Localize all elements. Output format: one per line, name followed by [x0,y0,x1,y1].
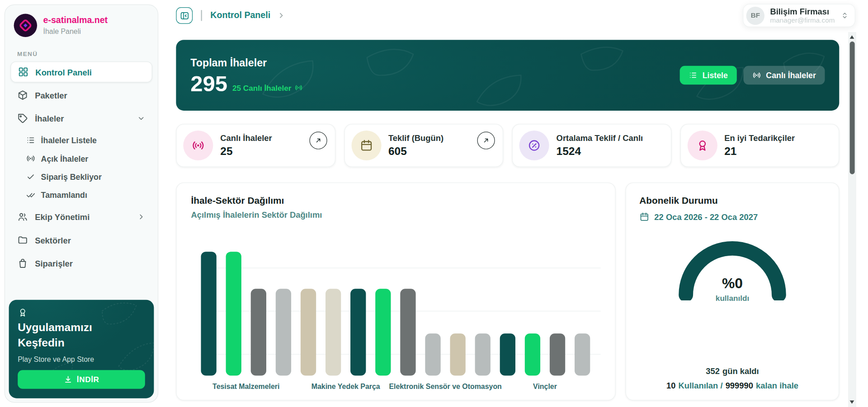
sidebar-item-label: Sektörler [35,235,71,245]
days-left: 352 gün kaldı [706,366,759,376]
hero-live-count: 25 Canlı İhaleler [232,83,303,94]
double-check-icon [26,190,36,200]
chart-bar [326,289,341,375]
broadcast-icon [26,154,36,163]
scroll-thumb[interactable] [849,42,854,174]
chart-category-label: Tesisat Malzemeleri [201,382,291,390]
folder-icon [17,234,28,245]
chart-bar [375,289,391,375]
sidebar-subitem-acik-ihaleler[interactable]: Açık İhaleler [20,150,152,168]
sidebar-item-label: İhaleler [35,114,64,123]
download-icon [63,375,72,384]
select-chevrons-icon [840,11,849,20]
sidebar-submenu: İhaleler Listele Açık İhaleler Sipariş B… [5,131,158,204]
sidebar-subitem-ihaleler-listele[interactable]: İhaleler Listele [20,131,152,149]
sidebar: e-satinalma.net İhale Paneli MENÜ Kontro… [5,5,158,403]
stats-row: Canlı İhaleler 25 Teklif (Bugün) [176,124,839,167]
bar-chart-labels: Tesisat MalzemeleriMakine Yedek ParçaEle… [201,382,600,390]
calendar-icon [359,139,373,152]
sidebar-subitem-siparis-bekliyor[interactable]: Sipariş Bekliyor [20,168,152,186]
chart-title: İhale-Sektör Dağılımı [191,195,600,206]
sidebar-subitem-tamamlandi[interactable]: Tamamlandı [20,186,152,204]
stat-value: 605 [388,145,443,158]
stat-open-button[interactable] [309,131,327,149]
chart-bar [400,289,415,375]
chart-bar [251,289,266,375]
stat-card-canli-ihaleler: Canlı İhaleler 25 [176,124,335,167]
sidebar-item-label: Kontrol Paneli [35,67,92,77]
gauge-percent: %0 [671,275,793,292]
broadcast-icon [295,84,303,92]
gauge-caption: kullanıldı [671,294,793,303]
subscription-date-range: 22 Oca 2026 - 22 Oca 2027 [639,212,758,222]
hero-total-value: 295 [190,73,227,94]
chart-bar [450,333,466,375]
scroll-up-arrow[interactable] [850,35,854,38]
bar-group [301,289,391,375]
user-menu[interactable]: BF Bilişim Firması manager@firma.com [743,4,855,27]
breadcrumb[interactable]: Kontrol Paneli [210,10,270,20]
app-stage: e-satinalma.net İhale Paneli MENÜ Kontro… [0,0,868,407]
chart-subtitle: Açılmış İhalelerin Sektör Dağılımı [191,210,600,220]
dashboard-icon [18,66,28,77]
sidebar-item-sektorler[interactable]: Sektörler [10,229,152,251]
scroll-down-arrow[interactable] [850,401,854,404]
menu-section-label: MENÜ [5,42,158,59]
chart-bar [301,289,316,375]
main-area: Kontrol Paneli BF Bilişim Firması manage… [158,0,868,407]
sidebar-subitem-label: İhaleler Listele [41,136,97,145]
tag-icon [17,113,28,124]
sidebar-nav: Kontrol Paneli Paketler İhaleler [5,61,158,274]
listele-button[interactable]: Listele [679,66,736,85]
promo-subtitle: Play Store ve App Store [18,355,145,363]
sidebar-item-ekip-yonetimi[interactable]: Ekip Yönetimi [10,206,152,228]
broadcast-icon [752,71,761,80]
download-button[interactable]: İNDİR [18,370,145,389]
hero-banner: Toplam İhaleler 295 25 Canlı İhaleler [176,40,839,111]
list-icon [26,136,36,145]
sidebar-subitem-label: Sipariş Bekliyor [41,172,102,181]
subscription-title: Abonelik Durumu [639,195,717,206]
bar-group [400,289,491,375]
sidebar-item-siparisler[interactable]: Siparişler [10,253,152,274]
user-email: manager@firma.com [770,17,835,25]
content: Toplam İhaleler 295 25 Canlı İhaleler [158,31,868,401]
chart-category-label: Elektronik Sensör ve Otomasyon [400,382,491,390]
stat-card-en-iyi-tedarikciler: En iyi Tedarikçiler 21 [680,124,839,167]
brand: e-satinalma.net İhale Paneli [5,5,158,42]
chart-category-label: Makine Yedek Parça [301,382,391,390]
bar-group [500,333,590,375]
chevron-down-icon [137,114,146,123]
sidebar-collapse-button[interactable] [176,7,193,24]
broadcast-icon [192,139,205,152]
stat-open-button[interactable] [477,131,495,149]
chart-bar [550,333,565,375]
list-icon [689,71,698,80]
percent-icon [528,139,541,152]
brand-subtitle: İhale Paneli [43,27,108,35]
usage-gauge: %0 kullanıldı [671,234,793,300]
arrow-up-right-icon [482,136,490,144]
sidebar-subitem-label: Açık İhaleler [41,154,89,163]
stat-title: Canlı İhaleler [220,133,272,143]
chevron-right-icon [137,212,146,221]
sidebar-item-paketler[interactable]: Paketler [10,84,152,106]
chart-bar [525,333,540,375]
sidebar-item-kontrol-paneli[interactable]: Kontrol Paneli [10,61,152,83]
stat-title: Ortalama Teklif / Canlı [557,133,643,143]
sidebar-item-ihaleler[interactable]: İhaleler [10,108,152,129]
bar-group [201,252,291,375]
promo-title: Uygulamamızı Keşfedin [18,320,120,350]
scrollbar[interactable] [848,32,856,407]
brand-name: e-satinalma.net [43,15,108,25]
team-icon [17,211,28,222]
chart-bar [276,289,291,375]
canli-ihaleler-button[interactable]: Canlı İhaleler [743,66,825,85]
brand-logo-icon [14,14,37,37]
arrow-up-right-icon [314,136,322,144]
stat-value: 25 [220,145,272,158]
chart-bar [350,289,366,375]
sidebar-item-label: Paketler [35,90,67,100]
user-name: Bilişim Firması [770,6,835,16]
usage-summary: 10 Kullanılan / 999990 kalan ihale [666,380,798,390]
